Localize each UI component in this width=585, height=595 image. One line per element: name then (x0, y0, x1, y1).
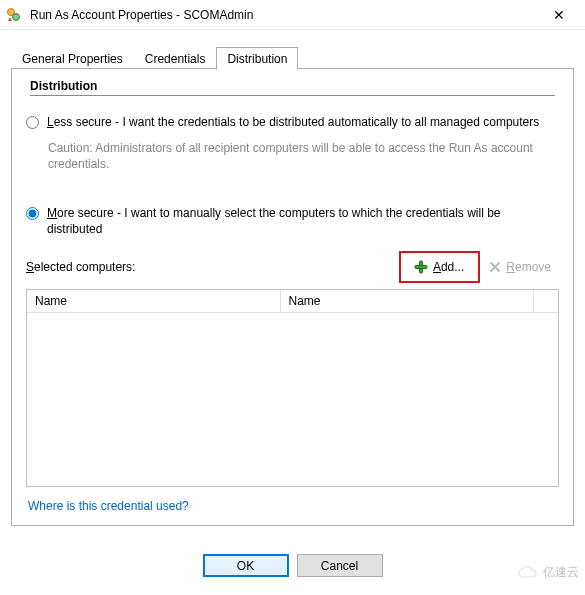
selected-computers-row: Selected computers: Add... Remove (26, 251, 559, 283)
svg-point-1 (13, 13, 20, 20)
window-title: Run As Account Properties - SCOMAdmin (30, 8, 539, 22)
cancel-button[interactable]: Cancel (297, 554, 383, 577)
remove-button[interactable]: Remove (480, 258, 559, 276)
column-header-spacer (534, 290, 558, 312)
radio-more-secure-label: More secure - I want to manually select … (47, 205, 559, 237)
add-button[interactable]: Add... (405, 257, 472, 277)
caution-text: Caution: Administrators of all recipient… (48, 140, 561, 172)
section-divider (30, 95, 555, 96)
column-header-name-1[interactable]: Name (27, 290, 281, 312)
watermark: 亿速云 (517, 564, 579, 581)
radio-less-secure-label: Less secure - I want the credentials to … (47, 114, 539, 130)
tab-panel-distribution: Distribution Less secure - I want the cr… (11, 68, 574, 526)
column-header-name-2[interactable]: Name (281, 290, 535, 312)
radio-more-secure[interactable]: More secure - I want to manually select … (26, 205, 559, 237)
plus-icon (413, 259, 429, 275)
tab-general-properties[interactable]: General Properties (11, 47, 134, 70)
title-bar: Run As Account Properties - SCOMAdmin ✕ (0, 0, 585, 30)
x-icon (488, 260, 502, 274)
radio-more-secure-input[interactable] (26, 207, 39, 220)
tab-credentials[interactable]: Credentials (134, 47, 217, 70)
dialog-button-bar: OK Cancel (0, 554, 585, 577)
ok-button[interactable]: OK (203, 554, 289, 577)
radio-less-secure-input[interactable] (26, 116, 39, 129)
link-where-used[interactable]: Where is this credential used? (28, 499, 189, 513)
section-title: Distribution (30, 79, 561, 93)
add-button-highlight: Add... (399, 251, 480, 283)
table-header: Name Name (27, 290, 558, 313)
tab-distribution[interactable]: Distribution (216, 47, 298, 70)
svg-rect-3 (415, 265, 427, 268)
cloud-icon (517, 566, 539, 580)
tab-strip: General Properties Credentials Distribut… (11, 46, 574, 69)
selected-computers-label: Selected computers: (26, 260, 399, 274)
window-content: General Properties Credentials Distribut… (0, 30, 585, 526)
selected-computers-list[interactable]: Name Name (26, 289, 559, 487)
close-button[interactable]: ✕ (539, 1, 579, 29)
watermark-text: 亿速云 (543, 564, 579, 581)
radio-less-secure[interactable]: Less secure - I want the credentials to … (26, 114, 559, 130)
app-icon (6, 7, 22, 23)
